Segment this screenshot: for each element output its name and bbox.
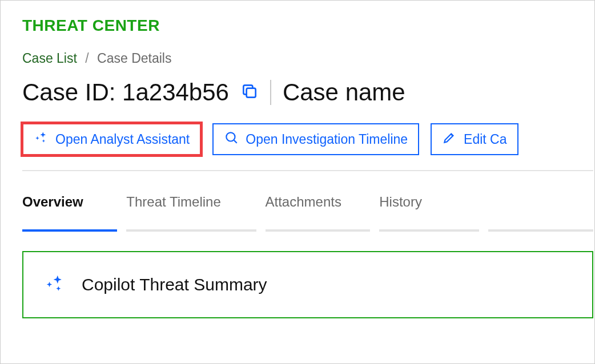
edit-icon <box>442 130 457 148</box>
divider <box>270 80 271 105</box>
svg-point-1 <box>227 132 235 141</box>
edit-case-button[interactable]: Edit Ca <box>431 123 518 155</box>
button-label: Edit Ca <box>464 132 506 147</box>
summary-title: Copilot Threat Summary <box>82 275 267 294</box>
open-analyst-assistant-button[interactable]: Open Analyst Assistant <box>22 123 201 155</box>
tab-attachments[interactable]: Attachments <box>266 194 371 232</box>
tabs: Overview Threat Timeline Attachments His… <box>22 194 593 232</box>
breadcrumb-separator: / <box>85 51 89 66</box>
button-label: Open Investigation Timeline <box>246 132 408 147</box>
app-title: THREAT CENTER <box>22 17 594 35</box>
open-investigation-timeline-button[interactable]: Open Investigation Timeline <box>212 123 419 155</box>
svg-rect-0 <box>247 88 256 98</box>
sparkle-icon <box>44 273 66 297</box>
tab-history[interactable]: History <box>379 194 479 232</box>
case-id: Case ID: 1a234b56 <box>22 79 229 106</box>
sparkle-icon <box>34 130 49 148</box>
case-name: Case name <box>283 79 405 106</box>
search-icon <box>224 130 239 148</box>
tab-overview[interactable]: Overview <box>22 194 117 232</box>
tab-threat-timeline[interactable]: Threat Timeline <box>126 194 256 232</box>
breadcrumb-parent[interactable]: Case List <box>22 51 77 66</box>
copy-icon[interactable] <box>240 82 259 103</box>
button-label: Open Analyst Assistant <box>55 132 190 147</box>
tab-extra[interactable] <box>488 194 593 232</box>
action-row: Open Analyst Assistant Open Investigatio… <box>22 123 593 171</box>
breadcrumb: Case List / Case Details <box>22 51 594 66</box>
svg-line-2 <box>234 140 237 143</box>
breadcrumb-current: Case Details <box>97 51 171 66</box>
copilot-summary-card: Copilot Threat Summary <box>22 251 593 318</box>
case-header-row: Case ID: 1a234b56 Case name <box>22 79 594 106</box>
